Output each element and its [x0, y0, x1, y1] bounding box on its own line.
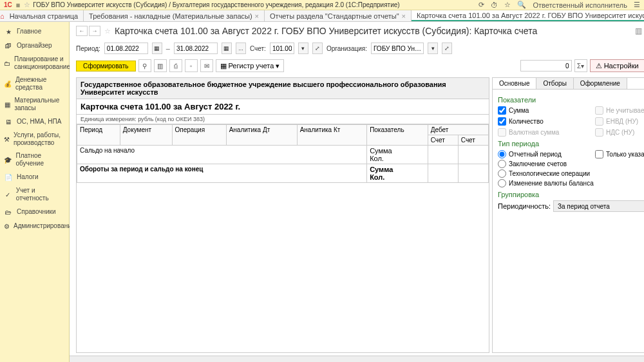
periodicity-label: Периодичность: — [498, 202, 551, 210]
tab-home[interactable]: Начальная страница — [5, 10, 84, 21]
calendar-icon[interactable]: ▦ — [152, 43, 162, 54]
close-icon[interactable]: × — [402, 12, 406, 20]
period-label: Период: — [76, 45, 100, 52]
star-icon[interactable]: ☆ — [24, 1, 30, 9]
window-options-icon[interactable]: ☰ — [634, 1, 640, 9]
report-table: Период Документ Операция Аналитика Дт Ан… — [77, 124, 489, 183]
history-icon[interactable]: ⏱ — [491, 1, 498, 9]
print-button[interactable]: ⎙ — [169, 59, 182, 72]
planning-icon: 🗀 — [4, 59, 10, 68]
date-to-input[interactable] — [174, 43, 218, 54]
organizer-icon: 🗊 — [4, 41, 13, 50]
report-area: Государственное образовательное бюджетно… — [76, 77, 489, 353]
radio-currency[interactable] — [498, 179, 506, 187]
check-sum[interactable] — [498, 106, 506, 115]
reporting-icon: ✓ — [4, 190, 12, 199]
sidebar-item-admin[interactable]: ⚙Администрирование — [0, 219, 69, 233]
period-selector-button[interactable]: ... — [236, 43, 246, 54]
search-icon[interactable]: 🔍 — [517, 1, 526, 9]
favorite-icon[interactable]: ☆ — [504, 1, 511, 9]
sidebar-item-taxes[interactable]: 📄Налоги — [0, 170, 69, 184]
money-icon: 💰 — [4, 79, 12, 88]
check-nu — [595, 106, 603, 115]
sidebar-item-materials[interactable]: ▦Материальные запасы — [0, 94, 69, 115]
sidebar-item-planning[interactable]: 🗀Планирование и санкционирование — [0, 53, 69, 73]
settings-button[interactable]: ⚠Настройки — [590, 59, 644, 72]
radio-tech[interactable] — [498, 169, 506, 178]
check-qty[interactable] — [498, 117, 506, 126]
save-button[interactable]: ▫ — [185, 59, 198, 72]
warning-icon: ⚠ — [596, 62, 602, 70]
check-valsum — [498, 128, 506, 137]
app-logo: 1C — [4, 1, 12, 8]
table-row: Сальдо на начало СуммаКол. — [77, 146, 489, 164]
tab-requirements[interactable]: Требования - накладные (Материальные зап… — [84, 10, 265, 21]
open-icon[interactable]: ⤢ — [442, 43, 452, 54]
indicators-header: Показатели — [498, 96, 644, 104]
admin-icon: ⚙ — [4, 222, 10, 231]
check-envd — [595, 117, 603, 126]
sidebar-item-reporting[interactable]: ✓Учет и отчетность — [0, 184, 69, 205]
home-icon[interactable]: ⌂ — [0, 10, 5, 21]
check-nds — [595, 128, 603, 137]
forward-button[interactable]: → — [89, 26, 100, 36]
menu-icon[interactable]: ≡ — [16, 1, 20, 9]
catalogs-icon: 🗁 — [4, 207, 13, 216]
user-label[interactable]: Ответственный исполнитель — [533, 1, 627, 9]
generate-button[interactable]: Сформировать — [76, 61, 136, 71]
periodicity-select[interactable]: За период отчета — [553, 200, 644, 212]
report-title: Карточка счета 101.00 за Август 2022 г. — [77, 99, 489, 115]
sidebar-item-money[interactable]: 💰Денежные средства — [0, 73, 69, 94]
sidebar-item-assets[interactable]: 🖥ОС, НМА, НПА — [0, 115, 69, 129]
dropdown-icon[interactable]: ▾ — [298, 43, 308, 54]
back-button[interactable]: ← — [76, 26, 88, 36]
radio-close[interactable] — [498, 160, 506, 168]
services-icon: ⚒ — [4, 135, 10, 144]
tab-filters[interactable]: Отборы — [536, 78, 573, 89]
open-icon[interactable]: ⤢ — [312, 43, 323, 54]
numeric-input[interactable] — [520, 60, 572, 71]
page-title: Карточка счета 101.00 за Август 2022 г. … — [115, 26, 537, 36]
period-type-header: Тип периода — [498, 140, 644, 148]
date-from-input[interactable] — [104, 43, 148, 54]
check-only-period[interactable] — [595, 150, 603, 158]
calendar-icon[interactable]: ▦ — [222, 43, 232, 54]
taxes-icon: 📄 — [4, 173, 13, 182]
tab-main[interactable]: Основные — [493, 78, 536, 89]
materials-icon: ▦ — [4, 100, 10, 109]
sidebar-item-organizer[interactable]: 🗊Органайзер — [0, 39, 69, 53]
tab-format[interactable]: Оформление — [574, 78, 627, 89]
chart-button[interactable]: ▥ — [154, 59, 167, 72]
settings-panel: Основные Отборы Оформление Показатели Су… — [492, 77, 644, 353]
report-org: Государственное образовательное бюджетно… — [77, 78, 489, 99]
sidebar: ★Главное 🗊Органайзер 🗀Планирование и сан… — [0, 22, 70, 362]
grouping-header: Группировка — [498, 191, 644, 198]
show-settings-button[interactable]: ⚲ — [138, 59, 151, 72]
dropdown-icon[interactable]: ▾ — [428, 43, 438, 54]
table-row: Обороты за период и сальдо на конец Сумм… — [77, 164, 489, 183]
org-label: Организация: — [327, 45, 367, 52]
app-title: ГОБУ ВПО Университет искусств (Субсидия)… — [33, 1, 478, 8]
star-icon[interactable]: ☆ — [104, 27, 111, 35]
assets-icon: 🖥 — [4, 117, 13, 126]
account-input[interactable] — [270, 43, 294, 54]
email-button[interactable]: ✉ — [200, 59, 213, 72]
tab-card[interactable]: Карточка счета 101.00 за Август 2022 г. … — [412, 10, 644, 21]
close-icon[interactable]: × — [255, 12, 259, 20]
sidebar-item-catalogs[interactable]: 🗁Справочники — [0, 205, 69, 219]
sidebar-item-services[interactable]: ⚒Услуги, работы, производство — [0, 129, 69, 149]
tab-reports[interactable]: Отчеты раздела "Стандартные отчеты"× — [265, 10, 412, 21]
sidebar-item-education[interactable]: 🎓Платное обучение — [0, 149, 69, 170]
education-icon: 🎓 — [4, 155, 12, 164]
report-unit: Единица измерения: рубль (код по ОКЕИ 38… — [77, 115, 489, 124]
register-button[interactable]: ▦Регистр учета▾ — [216, 59, 285, 72]
main-icon: ★ — [4, 27, 13, 36]
sum-button[interactable]: Σ▾ — [574, 59, 587, 72]
account-label: Счет: — [250, 45, 266, 52]
radio-report-period[interactable] — [498, 150, 506, 158]
chart-icon[interactable]: ▥ — [635, 26, 642, 35]
org-input[interactable] — [371, 43, 424, 54]
horizontal-scrollbar[interactable] — [70, 356, 644, 362]
sidebar-item-main[interactable]: ★Главное — [0, 24, 69, 39]
refresh-icon[interactable]: ⟳ — [478, 1, 484, 9]
